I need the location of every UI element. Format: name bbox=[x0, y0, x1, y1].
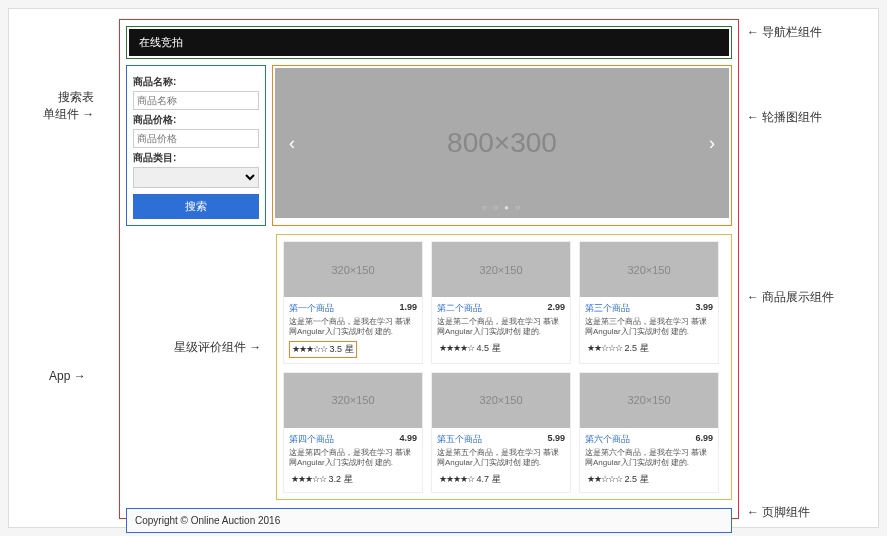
product-card: 320×150第六个商品6.99这是第六个商品，是我在学习 慕课网Angular… bbox=[579, 372, 719, 493]
product-card: 320×150第三个商品3.99这是第三个商品，是我在学习 慕课网Angular… bbox=[579, 241, 719, 364]
rating-text: 2.5 星 bbox=[625, 474, 649, 484]
product-title[interactable]: 第二个商品 bbox=[437, 302, 482, 315]
annot-carousel: ← 轮播图组件 bbox=[747, 109, 822, 126]
annot-app: App → bbox=[49, 369, 86, 383]
search-button[interactable]: 搜索 bbox=[133, 194, 259, 219]
rating-text: 4.7 星 bbox=[477, 474, 501, 484]
product-price: 3.99 bbox=[695, 302, 713, 315]
product-title[interactable]: 第五个商品 bbox=[437, 433, 482, 446]
carousel-next-icon[interactable]: › bbox=[695, 133, 729, 154]
annot-products: ← 商品展示组件 bbox=[747, 289, 834, 306]
product-image-placeholder: 320×150 bbox=[580, 373, 718, 428]
carousel-prev-icon[interactable]: ‹ bbox=[275, 133, 309, 154]
star-icon: ★★★☆☆ bbox=[292, 344, 327, 354]
name-label: 商品名称: bbox=[133, 75, 259, 89]
rating-component: ★★★☆☆ 3.2 星 bbox=[289, 472, 355, 487]
product-card: 320×150第一个商品1.99这是第一个商品，是我在学习 慕课网Angular… bbox=[283, 241, 423, 364]
product-desc: 这是第四个商品，是我在学习 慕课网Angular入门实战时创 建的. bbox=[289, 448, 417, 469]
product-title[interactable]: 第六个商品 bbox=[585, 433, 630, 446]
navbar-brand[interactable]: 在线竞拍 bbox=[139, 36, 183, 48]
star-icon: ★★☆☆☆ bbox=[587, 474, 622, 484]
rating-text: 3.5 星 bbox=[330, 344, 354, 354]
star-icon: ★★★★☆ bbox=[439, 343, 474, 353]
product-image-placeholder: 320×150 bbox=[284, 373, 422, 428]
annot-search: 搜索表 单组件 → bbox=[43, 89, 94, 123]
rating-text: 4.5 星 bbox=[477, 343, 501, 353]
product-desc: 这是第五个商品，是我在学习 慕课网Angular入门实战时创 建的. bbox=[437, 448, 565, 469]
product-desc: 这是第一个商品，是我在学习 慕课网Angular入门实战时创 建的. bbox=[289, 317, 417, 338]
product-price: 1.99 bbox=[399, 302, 417, 315]
product-image-placeholder: 320×150 bbox=[580, 242, 718, 297]
category-label: 商品类目: bbox=[133, 151, 259, 165]
product-title[interactable]: 第三个商品 bbox=[585, 302, 630, 315]
footer-component: Copyright © Online Auction 2016 bbox=[126, 508, 732, 533]
product-price: 6.99 bbox=[695, 433, 713, 446]
star-icon: ★★★★☆ bbox=[439, 474, 474, 484]
product-desc: 这是第六个商品，是我在学习 慕课网Angular入门实战时创 建的. bbox=[585, 448, 713, 469]
name-input[interactable] bbox=[133, 91, 259, 110]
product-desc: 这是第三个商品，是我在学习 慕课网Angular入门实战时创 建的. bbox=[585, 317, 713, 338]
navbar-component-outline: 在线竞拍 bbox=[126, 26, 732, 59]
carousel: ‹ 800×300 › ○ ○ ● ○ bbox=[275, 68, 729, 218]
rating-text: 2.5 星 bbox=[625, 343, 649, 353]
products-component-outline: 320×150第一个商品1.99这是第一个商品，是我在学习 慕课网Angular… bbox=[276, 234, 732, 500]
star-icon: ★★☆☆☆ bbox=[587, 343, 622, 353]
footer-text: Copyright © Online Auction 2016 bbox=[135, 515, 280, 526]
rating-component: ★★★☆☆ 3.5 星 bbox=[289, 341, 357, 358]
product-title[interactable]: 第四个商品 bbox=[289, 433, 334, 446]
carousel-component-outline: ‹ 800×300 › ○ ○ ● ○ bbox=[272, 65, 732, 226]
star-icon: ★★★☆☆ bbox=[291, 474, 326, 484]
product-price: 2.99 bbox=[547, 302, 565, 315]
category-select[interactable] bbox=[133, 167, 259, 188]
rating-component: ★★☆☆☆ 2.5 星 bbox=[585, 341, 651, 356]
price-input[interactable] bbox=[133, 129, 259, 148]
rating-component: ★★★★☆ 4.7 星 bbox=[437, 472, 503, 487]
product-card: 320×150第二个商品2.99这是第二个商品，是我在学习 慕课网Angular… bbox=[431, 241, 571, 364]
product-price: 4.99 bbox=[399, 433, 417, 446]
price-label: 商品价格: bbox=[133, 113, 259, 127]
product-image-placeholder: 320×150 bbox=[432, 242, 570, 297]
search-form-component: 商品名称: 商品价格: 商品类目: 搜索 bbox=[126, 65, 266, 226]
rating-component: ★★★★☆ 4.5 星 bbox=[437, 341, 503, 356]
navbar: 在线竞拍 bbox=[129, 29, 729, 56]
rating-component: ★★☆☆☆ 2.5 星 bbox=[585, 472, 651, 487]
product-desc: 这是第二个商品，是我在学习 慕课网Angular入门实战时创 建的. bbox=[437, 317, 565, 338]
product-image-placeholder: 320×150 bbox=[432, 373, 570, 428]
annot-navbar: ← 导航栏组件 bbox=[747, 24, 822, 41]
carousel-placeholder: 800×300 bbox=[309, 127, 695, 159]
product-card: 320×150第四个商品4.99这是第四个商品，是我在学习 慕课网Angular… bbox=[283, 372, 423, 493]
carousel-indicators[interactable]: ○ ○ ● ○ bbox=[275, 203, 729, 212]
annot-footer: ← 页脚组件 bbox=[747, 504, 810, 521]
diagram-canvas: ← 导航栏组件 ← 轮播图组件 ← 商品展示组件 ← 页脚组件 搜索表 单组件 … bbox=[8, 8, 879, 528]
rating-text: 3.2 星 bbox=[329, 474, 353, 484]
product-card: 320×150第五个商品5.99这是第五个商品，是我在学习 慕课网Angular… bbox=[431, 372, 571, 493]
product-price: 5.99 bbox=[547, 433, 565, 446]
product-grid: 320×150第一个商品1.99这是第一个商品，是我在学习 慕课网Angular… bbox=[283, 241, 725, 493]
product-image-placeholder: 320×150 bbox=[284, 242, 422, 297]
app-container: 在线竞拍 商品名称: 商品价格: 商品类目: 搜索 ‹ 800×300 › ○ … bbox=[119, 19, 739, 519]
product-title[interactable]: 第一个商品 bbox=[289, 302, 334, 315]
